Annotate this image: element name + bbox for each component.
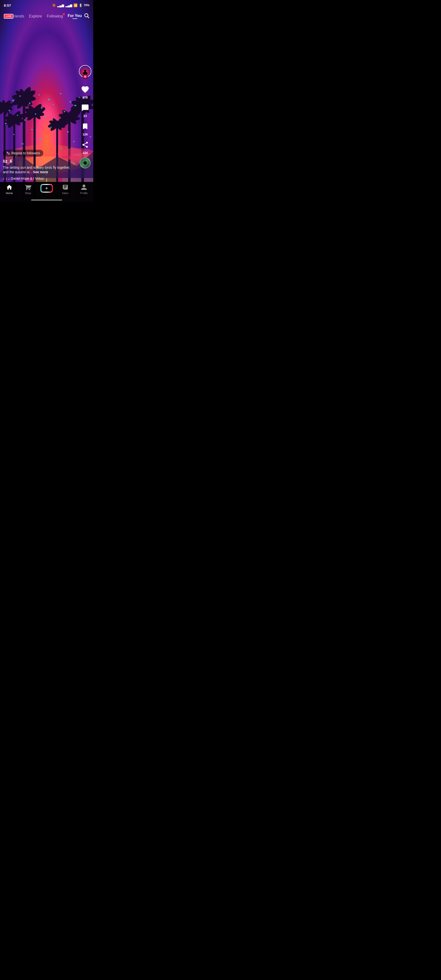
like-count: 878 <box>82 96 88 99</box>
home-indicator <box>31 200 62 200</box>
bookmark-count: 126 <box>82 132 88 136</box>
music-info[interactable]: ♪ ♪ ♩ Daniel Hope & I Virtuo <box>3 177 74 180</box>
nav-shop[interactable]: Shop <box>19 184 37 194</box>
plus-icon: + <box>45 185 48 191</box>
battery-level: 70% <box>84 3 89 7</box>
follow-plus-button[interactable]: + <box>83 74 87 79</box>
nav-items: Friends Explore Following For You <box>11 14 82 19</box>
inbox-icon <box>62 184 69 191</box>
see-more-button[interactable]: See more <box>33 170 48 174</box>
share-count: 124 <box>82 151 88 154</box>
nav-inbox[interactable]: Inbox <box>56 184 75 194</box>
repost-label: Repost to followers <box>11 151 40 155</box>
inbox-label: Inbox <box>62 192 69 194</box>
status-icons: 🔕 ▂▄▆ ▂▄▆ 📶 🔋 70% <box>52 3 89 7</box>
nav-profile[interactable]: Profile <box>75 184 93 194</box>
profile-icon <box>81 184 87 191</box>
creator-avatar-container[interactable]: + <box>79 65 91 78</box>
create-button-inner: + <box>41 185 52 192</box>
home-label: Home <box>6 192 13 194</box>
creator-avatar[interactable]: + <box>79 65 91 78</box>
svg-point-88 <box>84 70 86 72</box>
like-button-container[interactable]: 878 <box>79 84 91 99</box>
status-time: 8:57 <box>4 3 11 7</box>
notification-dot <box>63 13 65 15</box>
music-disc-inner <box>84 161 87 165</box>
repost-button[interactable]: Repost to followers <box>3 150 43 156</box>
status-bar: 8:57 🔕 ▂▄▆ ▂▄▆ 📶 🔋 70% <box>0 0 93 11</box>
live-badge[interactable]: LIVE <box>4 14 13 19</box>
share-button-container[interactable]: 124 <box>79 139 91 154</box>
mute-icon: 🔕 <box>52 3 56 7</box>
music-disc[interactable] <box>79 158 90 169</box>
signal-icon-2: ▂▄▆ <box>65 3 72 7</box>
battery-icon: 🔋 <box>79 3 82 7</box>
bottom-navigation: Home Shop + Inbox <box>0 182 93 202</box>
create-button[interactable]: + <box>40 184 53 192</box>
nav-home[interactable]: Home <box>0 184 19 194</box>
comment-count: 23 <box>84 114 87 118</box>
phone-screen: 🐦 🐦 🐦 🐦 🐦 🐦 🐦 🐦 🐦 🐦 🐦 🐦 🐦 🐦 🐦 🐦 🐦 🐦 🐦 🐦 … <box>0 0 93 202</box>
music-disc-container[interactable] <box>79 158 90 169</box>
svg-line-85 <box>88 17 89 18</box>
signal-icon: ▂▄▆ <box>57 3 64 7</box>
nav-following[interactable]: Following <box>47 14 63 18</box>
shop-label: Shop <box>25 192 31 194</box>
bottom-content: Repost to followers liz_6 The setting su… <box>0 150 76 180</box>
profile-label: Profile <box>80 192 87 194</box>
nav-explore[interactable]: Explore <box>29 14 42 18</box>
nav-create[interactable]: + <box>37 184 56 192</box>
nav-for-you[interactable]: For You <box>68 14 82 19</box>
comment-button[interactable] <box>79 102 91 114</box>
like-button[interactable] <box>79 84 91 95</box>
comment-button-container[interactable]: 23 <box>79 102 91 118</box>
bookmark-button-container[interactable]: 126 <box>79 121 91 136</box>
video-description: The setting sun and solitary birds fly t… <box>3 165 74 175</box>
username[interactable]: liz_6 <box>3 159 74 164</box>
share-button[interactable] <box>79 139 91 151</box>
search-button[interactable] <box>84 13 89 20</box>
bookmark-button[interactable] <box>79 121 91 132</box>
shop-icon <box>25 184 31 191</box>
right-actions: + 878 23 <box>79 65 91 169</box>
music-note-icon: ♪ <box>3 177 5 180</box>
wifi-icon: 📶 <box>73 3 78 7</box>
music-label: ♪ ♩ Daniel Hope & I Virtuo <box>5 177 44 180</box>
home-icon <box>6 184 13 191</box>
top-navigation: LIVE Friends Explore Following For You <box>0 11 93 22</box>
